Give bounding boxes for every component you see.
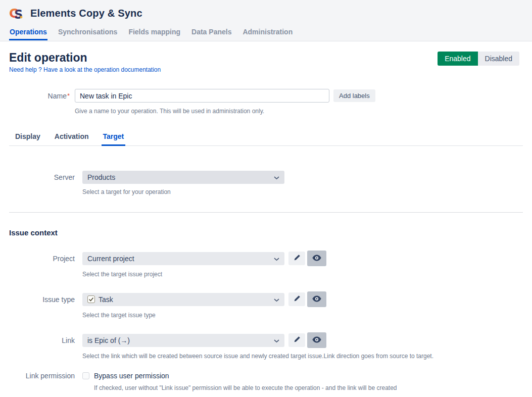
chevron-down-icon — [274, 336, 279, 344]
link-help-text: Select the link which will be created be… — [82, 353, 523, 360]
project-select[interactable]: Current project — [82, 252, 284, 265]
required-asterisk: * — [67, 92, 70, 100]
section-divider — [9, 212, 523, 213]
name-help-text: Give a name to your operation. This will… — [75, 108, 523, 115]
eye-icon — [312, 295, 321, 304]
chevron-down-icon — [274, 255, 279, 263]
add-labels-button[interactable]: Add labels — [333, 89, 375, 102]
issue-type-label: Issue type — [9, 295, 75, 304]
operation-sub-tabs: Display Activation Target — [9, 130, 523, 146]
app-logo-icon: C S — [9, 6, 24, 21]
project-view-button[interactable] — [307, 251, 326, 266]
nav-tab-operations[interactable]: Operations — [9, 27, 47, 40]
tab-display[interactable]: Display — [14, 130, 42, 146]
name-input[interactable] — [75, 89, 329, 103]
server-label: Server — [9, 173, 75, 181]
nav-tab-fields-mapping[interactable]: Fields mapping — [128, 27, 181, 40]
status-toggle: Enabled Disabled — [438, 52, 519, 66]
project-help-text: Select the target issue project — [82, 271, 523, 278]
name-label: Name* — [9, 92, 70, 100]
app-header: C S Elements Copy & Sync Operations Sync… — [0, 0, 532, 41]
issue-type-row: Issue type Task — [9, 291, 523, 307]
brand: C S Elements Copy & Sync — [9, 0, 523, 21]
nav-tab-synchronisations[interactable]: Synchronisations — [58, 27, 118, 40]
link-permission-label: Link permission — [9, 372, 75, 380]
issue-type-edit-button[interactable] — [288, 292, 305, 306]
link-select[interactable]: is Epic of (→) — [82, 334, 284, 347]
project-label: Project — [9, 255, 75, 263]
disabled-button[interactable]: Disabled — [478, 52, 519, 66]
chevron-down-icon — [274, 295, 279, 304]
eye-icon — [312, 255, 321, 263]
server-help-text: Select a target for your operation — [82, 188, 523, 195]
operation-documentation-link[interactable]: Need help ? Have a look at the operation… — [9, 66, 161, 73]
name-row: Name* Add labels — [9, 89, 523, 103]
eye-icon — [312, 336, 321, 344]
issue-type-select[interactable]: Task — [82, 293, 284, 306]
issue-type-help-text: Select the target issue type — [82, 312, 523, 319]
tab-target[interactable]: Target — [102, 130, 126, 146]
page-title: Edit operation — [9, 51, 161, 64]
pencil-icon — [294, 336, 301, 344]
pencil-icon — [294, 295, 301, 304]
svg-text:S: S — [14, 8, 23, 21]
main-content: Edit operation Need help ? Have a look a… — [0, 51, 532, 397]
project-edit-button[interactable] — [288, 252, 305, 265]
nav-tab-administration[interactable]: Administration — [242, 27, 293, 40]
link-permission-help-text: If checked, user without "Link issue" pe… — [94, 384, 523, 391]
enabled-button[interactable]: Enabled — [438, 52, 477, 66]
tab-activation[interactable]: Activation — [53, 130, 90, 146]
link-view-button[interactable] — [307, 332, 326, 348]
pencil-icon — [294, 254, 301, 263]
issue-type-view-button[interactable] — [307, 291, 326, 307]
link-row: Link is Epic of (→) — [9, 332, 523, 348]
server-select[interactable]: Products — [82, 171, 284, 184]
project-row: Project Current project — [9, 251, 523, 266]
main-nav: Operations Synchronisations Fields mappi… — [9, 27, 523, 40]
chevron-down-icon — [274, 173, 279, 181]
bypass-permission-checkbox-label: Bypass user permission — [94, 372, 169, 380]
link-label: Link — [9, 336, 75, 344]
page-head-left: Edit operation Need help ? Have a look a… — [9, 51, 161, 74]
issue-context-heading: Issue context — [9, 228, 523, 237]
link-permission-row: Link permission Bypass user permission — [9, 372, 523, 380]
nav-tab-data-panels[interactable]: Data Panels — [191, 27, 232, 40]
bypass-permission-checkbox[interactable] — [82, 372, 89, 379]
server-row: Server Products — [9, 171, 523, 184]
app-title: Elements Copy & Sync — [30, 8, 142, 19]
task-check-icon — [87, 295, 95, 303]
link-edit-button[interactable] — [288, 333, 305, 347]
